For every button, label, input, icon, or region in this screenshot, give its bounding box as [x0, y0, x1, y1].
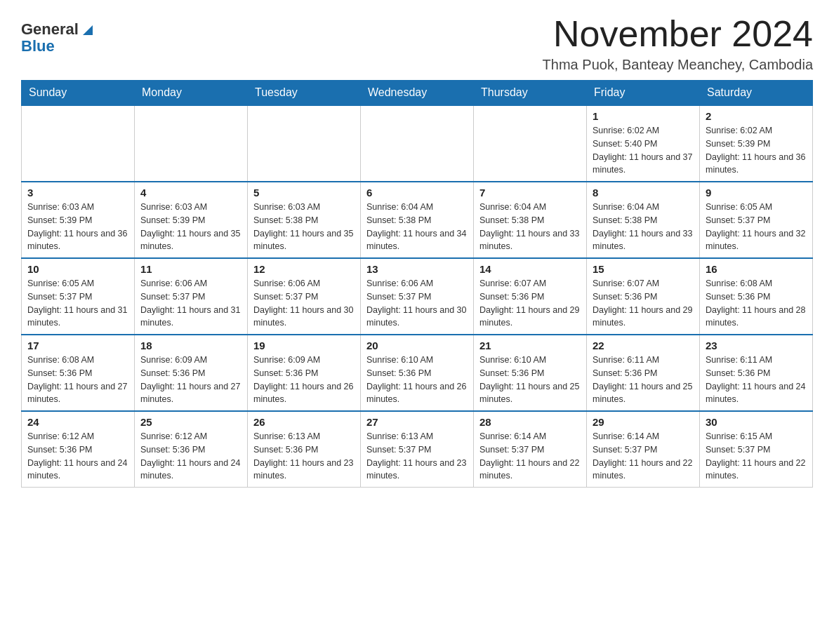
day-info: Sunrise: 6:11 AM Sunset: 5:36 PM Dayligh… — [593, 354, 694, 406]
day-number: 30 — [706, 416, 807, 428]
day-info: Sunrise: 6:03 AM Sunset: 5:39 PM Dayligh… — [140, 201, 241, 253]
calendar-table: SundayMondayTuesdayWednesdayThursdayFrid… — [21, 80, 813, 488]
calendar-cell — [135, 105, 248, 182]
calendar-week-row: 3Sunrise: 6:03 AM Sunset: 5:39 PM Daylig… — [22, 182, 813, 258]
day-number: 1 — [593, 110, 694, 122]
day-info: Sunrise: 6:05 AM Sunset: 5:37 PM Dayligh… — [706, 201, 807, 253]
day-info: Sunrise: 6:08 AM Sunset: 5:36 PM Dayligh… — [706, 277, 807, 330]
day-number: 18 — [140, 340, 241, 351]
calendar-cell: 28Sunrise: 6:14 AM Sunset: 5:37 PM Dayli… — [474, 411, 587, 488]
column-header-monday: Monday — [135, 81, 248, 106]
calendar-cell: 29Sunrise: 6:14 AM Sunset: 5:37 PM Dayli… — [587, 411, 700, 488]
column-header-thursday: Thursday — [474, 81, 587, 106]
calendar-cell: 2Sunrise: 6:02 AM Sunset: 5:39 PM Daylig… — [700, 105, 813, 182]
day-number: 27 — [366, 416, 468, 428]
day-number: 14 — [479, 263, 581, 275]
calendar-cell: 22Sunrise: 6:11 AM Sunset: 5:36 PM Dayli… — [587, 335, 700, 411]
calendar-cell: 20Sunrise: 6:10 AM Sunset: 5:36 PM Dayli… — [361, 335, 474, 411]
calendar-cell: 3Sunrise: 6:03 AM Sunset: 5:39 PM Daylig… — [22, 182, 135, 258]
day-info: Sunrise: 6:07 AM Sunset: 5:36 PM Dayligh… — [479, 277, 581, 330]
day-number: 15 — [593, 263, 694, 275]
day-number: 3 — [27, 187, 128, 199]
logo-general-text: General — [21, 21, 79, 38]
logo-blue-text: Blue — [21, 38, 55, 55]
calendar-cell: 15Sunrise: 6:07 AM Sunset: 5:36 PM Dayli… — [587, 258, 700, 335]
day-info: Sunrise: 6:04 AM Sunset: 5:38 PM Dayligh… — [479, 201, 581, 253]
day-info: Sunrise: 6:14 AM Sunset: 5:37 PM Dayligh… — [479, 430, 581, 483]
location-subtitle: Thma Puok, Banteay Meanchey, Cambodia — [543, 57, 813, 73]
calendar-cell: 25Sunrise: 6:12 AM Sunset: 5:36 PM Dayli… — [135, 411, 248, 488]
calendar-cell: 9Sunrise: 6:05 AM Sunset: 5:37 PM Daylig… — [700, 182, 813, 258]
day-info: Sunrise: 6:03 AM Sunset: 5:39 PM Dayligh… — [27, 201, 128, 253]
calendar-week-row: 1Sunrise: 6:02 AM Sunset: 5:40 PM Daylig… — [22, 105, 813, 182]
day-info: Sunrise: 6:11 AM Sunset: 5:36 PM Dayligh… — [706, 354, 807, 406]
column-header-tuesday: Tuesday — [248, 81, 361, 106]
day-number: 20 — [366, 340, 468, 351]
column-header-sunday: Sunday — [22, 81, 135, 106]
day-number: 13 — [366, 263, 468, 275]
calendar-cell — [22, 105, 135, 182]
calendar-cell: 10Sunrise: 6:05 AM Sunset: 5:37 PM Dayli… — [22, 258, 135, 335]
day-number: 11 — [140, 263, 241, 275]
calendar-cell: 21Sunrise: 6:10 AM Sunset: 5:36 PM Dayli… — [474, 335, 587, 411]
calendar-cell: 7Sunrise: 6:04 AM Sunset: 5:38 PM Daylig… — [474, 182, 587, 258]
day-info: Sunrise: 6:08 AM Sunset: 5:36 PM Dayligh… — [27, 354, 128, 406]
day-number: 7 — [479, 187, 581, 199]
day-number: 19 — [253, 340, 355, 351]
day-number: 6 — [366, 187, 468, 199]
day-info: Sunrise: 6:07 AM Sunset: 5:36 PM Dayligh… — [593, 277, 694, 330]
day-info: Sunrise: 6:04 AM Sunset: 5:38 PM Dayligh… — [366, 201, 468, 253]
column-header-wednesday: Wednesday — [361, 81, 474, 106]
calendar-cell: 30Sunrise: 6:15 AM Sunset: 5:37 PM Dayli… — [700, 411, 813, 488]
day-number: 22 — [593, 340, 694, 351]
calendar-cell: 23Sunrise: 6:11 AM Sunset: 5:36 PM Dayli… — [700, 335, 813, 411]
day-number: 23 — [706, 340, 807, 351]
calendar-cell: 1Sunrise: 6:02 AM Sunset: 5:40 PM Daylig… — [587, 105, 700, 182]
day-info: Sunrise: 6:06 AM Sunset: 5:37 PM Dayligh… — [366, 277, 468, 330]
calendar-cell: 17Sunrise: 6:08 AM Sunset: 5:36 PM Dayli… — [22, 335, 135, 411]
svg-marker-0 — [83, 25, 93, 35]
day-info: Sunrise: 6:05 AM Sunset: 5:37 PM Dayligh… — [27, 277, 128, 330]
day-info: Sunrise: 6:09 AM Sunset: 5:36 PM Dayligh… — [140, 354, 241, 406]
day-info: Sunrise: 6:12 AM Sunset: 5:36 PM Dayligh… — [140, 430, 241, 483]
day-number: 4 — [140, 187, 241, 199]
calendar-cell: 12Sunrise: 6:06 AM Sunset: 5:37 PM Dayli… — [248, 258, 361, 335]
calendar-cell: 26Sunrise: 6:13 AM Sunset: 5:36 PM Dayli… — [248, 411, 361, 488]
logo: General Blue — [21, 21, 95, 55]
day-info: Sunrise: 6:10 AM Sunset: 5:36 PM Dayligh… — [479, 354, 581, 406]
calendar-cell: 6Sunrise: 6:04 AM Sunset: 5:38 PM Daylig… — [361, 182, 474, 258]
calendar-cell: 4Sunrise: 6:03 AM Sunset: 5:39 PM Daylig… — [135, 182, 248, 258]
day-info: Sunrise: 6:03 AM Sunset: 5:38 PM Dayligh… — [253, 201, 355, 253]
day-info: Sunrise: 6:10 AM Sunset: 5:36 PM Dayligh… — [366, 354, 468, 406]
day-info: Sunrise: 6:13 AM Sunset: 5:36 PM Dayligh… — [253, 430, 355, 483]
calendar-cell: 18Sunrise: 6:09 AM Sunset: 5:36 PM Dayli… — [135, 335, 248, 411]
day-number: 28 — [479, 416, 581, 428]
calendar-cell: 27Sunrise: 6:13 AM Sunset: 5:37 PM Dayli… — [361, 411, 474, 488]
day-number: 17 — [27, 340, 128, 351]
day-number: 25 — [140, 416, 241, 428]
day-info: Sunrise: 6:04 AM Sunset: 5:38 PM Dayligh… — [593, 201, 694, 253]
page-header: General Blue November 2024 Thma Puok, Ba… — [21, 14, 813, 73]
month-title: November 2024 — [543, 14, 813, 54]
calendar-cell: 14Sunrise: 6:07 AM Sunset: 5:36 PM Dayli… — [474, 258, 587, 335]
calendar-week-row: 24Sunrise: 6:12 AM Sunset: 5:36 PM Dayli… — [22, 411, 813, 488]
calendar-cell — [361, 105, 474, 182]
calendar-cell — [474, 105, 587, 182]
day-number: 16 — [706, 263, 807, 275]
day-info: Sunrise: 6:13 AM Sunset: 5:37 PM Dayligh… — [366, 430, 468, 483]
day-number: 24 — [27, 416, 128, 428]
logo-arrow-icon — [80, 22, 95, 38]
calendar-cell: 24Sunrise: 6:12 AM Sunset: 5:36 PM Dayli… — [22, 411, 135, 488]
day-info: Sunrise: 6:02 AM Sunset: 5:40 PM Dayligh… — [593, 124, 694, 177]
day-info: Sunrise: 6:15 AM Sunset: 5:37 PM Dayligh… — [706, 430, 807, 483]
calendar-cell: 13Sunrise: 6:06 AM Sunset: 5:37 PM Dayli… — [361, 258, 474, 335]
calendar-cell: 5Sunrise: 6:03 AM Sunset: 5:38 PM Daylig… — [248, 182, 361, 258]
title-area: November 2024 Thma Puok, Banteay Meanche… — [543, 14, 813, 73]
day-info: Sunrise: 6:06 AM Sunset: 5:37 PM Dayligh… — [253, 277, 355, 330]
calendar-cell: 19Sunrise: 6:09 AM Sunset: 5:36 PM Dayli… — [248, 335, 361, 411]
day-info: Sunrise: 6:12 AM Sunset: 5:36 PM Dayligh… — [27, 430, 128, 483]
day-number: 12 — [253, 263, 355, 275]
day-info: Sunrise: 6:14 AM Sunset: 5:37 PM Dayligh… — [593, 430, 694, 483]
day-number: 10 — [27, 263, 128, 275]
day-info: Sunrise: 6:02 AM Sunset: 5:39 PM Dayligh… — [706, 124, 807, 177]
